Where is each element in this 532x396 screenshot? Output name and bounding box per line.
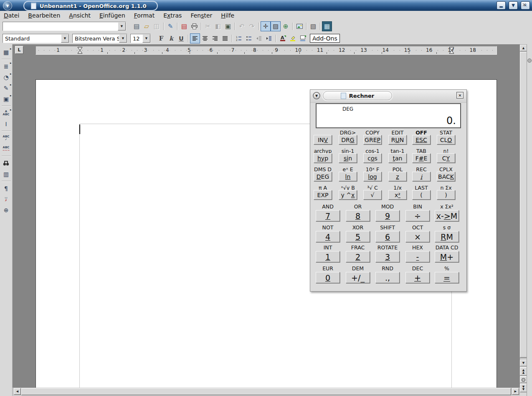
key-6[interactable]: 6 [375, 231, 400, 242]
key-minus[interactable]: - [405, 251, 430, 262]
key-store-m[interactable]: x->M [435, 210, 459, 221]
calculator-menu-button[interactable]: ▼ [313, 92, 320, 99]
minimize-button[interactable]: ▂ [497, 1, 506, 10]
key-equals[interactable]: = [435, 272, 459, 283]
key-i[interactable]: i [412, 172, 431, 181]
imagemap-icon[interactable]: ▧ [308, 21, 318, 31]
navigation-button[interactable] [520, 376, 527, 383]
next-page-button[interactable]: ▼▼ [520, 384, 527, 392]
data-sources-icon[interactable]: ▥ [1, 169, 11, 179]
size-dropdown-icon[interactable]: ▼ [142, 34, 150, 43]
key-2[interactable]: 2 [346, 251, 370, 262]
shade-button[interactable]: ▼ [509, 1, 518, 10]
vertical-scrollbar-thumb[interactable] [520, 52, 527, 358]
autotext-icon[interactable]: AABC▸ [1, 108, 11, 118]
key-1[interactable]: 1 [316, 251, 340, 262]
navigator-icon[interactable]: ✛ [261, 21, 271, 31]
previous-page-button[interactable]: ▲▲ [520, 367, 527, 376]
hyperlink-icon[interactable]: ⊕ [281, 21, 291, 31]
menu-item-datei[interactable]: Datei [4, 12, 19, 19]
key-decimal[interactable]: ., [375, 272, 400, 283]
auto-spellcheck-icon[interactable]: ABC~~~ [1, 144, 11, 154]
menu-item-bearbeiten[interactable]: Bearbeiten [28, 12, 60, 19]
save-icon[interactable]: ◫ [152, 21, 162, 31]
key-y-pow-x[interactable]: y ^ x [339, 190, 357, 200]
align-center-icon[interactable] [200, 33, 210, 43]
online-layout-icon[interactable]: ⊕ [1, 205, 11, 215]
key-sqrt[interactable]: √ [363, 190, 382, 200]
key-run[interactable]: RUN [388, 135, 407, 145]
key-esc[interactable]: ESC [412, 135, 431, 145]
horizontal-ruler[interactable]: 1123456789101112131415161718 [35, 46, 497, 55]
copy-icon[interactable]: ◧ [213, 21, 223, 31]
calculator-icon[interactable]: ▦ [322, 21, 332, 31]
key-hyp[interactable]: hyp [314, 153, 332, 163]
font-color-icon[interactable]: A [278, 33, 288, 43]
calculator-titlebar[interactable]: ▼ Rechner ✕ [310, 90, 466, 103]
print-icon[interactable] [189, 21, 199, 31]
highlighting-icon[interactable] [288, 33, 298, 43]
key-log[interactable]: log [363, 172, 382, 181]
key-rm[interactable]: RM [435, 231, 459, 242]
gallery-icon[interactable] [294, 21, 304, 31]
key-9[interactable]: 9 [375, 210, 400, 221]
calculator-window[interactable]: ▼ Rechner ✕ DEG 0. DRG>COPYEDITOFFSTATIN… [310, 89, 467, 292]
right-indent-marker[interactable] [449, 47, 454, 55]
insert-fields-icon[interactable]: ≣▸ [1, 61, 11, 71]
style-dropdown-icon[interactable]: ▼ [61, 34, 69, 43]
first-line-indent-marker[interactable] [77, 47, 83, 55]
calculator-close-button[interactable]: ✕ [456, 92, 464, 99]
paragraph-style-value[interactable]: Standard [3, 34, 61, 43]
export-pdf-icon[interactable]: ▤ [179, 21, 189, 31]
key-clo[interactable]: CLO [437, 135, 455, 145]
insert-objects-icon[interactable]: ◔▸ [1, 72, 11, 82]
decrease-indent-icon[interactable] [254, 33, 264, 43]
font-name-combobox[interactable]: Bitstream Vera S ▼ [72, 34, 127, 43]
window-menu-button[interactable]: ▼ [3, 1, 12, 10]
key-cy[interactable]: CY [437, 153, 455, 163]
insert-table-icon[interactable]: ▦▸ [1, 47, 11, 57]
key-7[interactable]: 7 [316, 210, 340, 221]
direct-cursor-icon[interactable]: I [1, 119, 11, 129]
draw-functions-icon[interactable]: ✎▸ [1, 83, 11, 93]
bold-button[interactable]: F [156, 33, 166, 43]
key-grep[interactable]: GREP [363, 135, 382, 145]
key-4[interactable]: 4 [316, 231, 340, 242]
nonprinting-characters-icon[interactable]: ¶ [1, 183, 11, 193]
paragraph-style-combobox[interactable]: Standard ▼ [3, 34, 69, 43]
key-sin[interactable]: sin [339, 153, 357, 163]
close-document-icon[interactable]: ✕ [522, 2, 527, 8]
url-combobox[interactable]: ▼ [3, 22, 126, 31]
key-fe[interactable]: F#E [412, 153, 431, 163]
font-name-value[interactable]: Bitstream Vera S [73, 34, 119, 43]
key-plus-minus[interactable]: +/_ [346, 272, 370, 283]
menu-item-hilfe[interactable]: Hilfe [221, 12, 234, 19]
cut-icon[interactable]: ✂ [203, 21, 213, 31]
key-back[interactable]: BACK [437, 172, 455, 181]
redo-icon[interactable]: ↷ [247, 21, 257, 31]
key-x-squared[interactable]: x ² [388, 190, 407, 200]
key-inv[interactable]: INV [314, 135, 332, 145]
key-3[interactable]: 3 [375, 251, 400, 262]
underline-button[interactable]: U [176, 33, 186, 43]
key-multiply[interactable]: × [405, 231, 430, 242]
scroll-down-icon[interactable]: ▼ [520, 360, 527, 366]
font-size-value[interactable]: 12 [131, 34, 142, 43]
bullets-icon[interactable] [244, 33, 254, 43]
align-left-icon[interactable] [190, 33, 200, 43]
menu-item-fenster[interactable]: Fenster [190, 12, 212, 19]
key-open-paren[interactable]: ( [412, 190, 431, 200]
stylist-icon[interactable]: ▨ [271, 21, 281, 31]
open-icon[interactable]: ▱ [142, 21, 152, 31]
key-tan[interactable]: tan [388, 153, 407, 163]
key-exp[interactable]: EXP [314, 190, 332, 200]
align-right-icon[interactable] [210, 33, 220, 43]
key-z[interactable]: z [388, 172, 407, 181]
undo-icon[interactable]: ↶ [237, 21, 247, 31]
new-document-icon[interactable]: ▤ [132, 21, 142, 31]
menu-item-extras[interactable]: Extras [163, 12, 182, 19]
url-dropdown-icon[interactable]: ▼ [118, 22, 126, 30]
menu-item-einfügen[interactable]: Einfügen [99, 12, 125, 19]
key-ln[interactable]: ln [339, 172, 357, 181]
paste-icon[interactable]: ▣ [223, 21, 233, 31]
